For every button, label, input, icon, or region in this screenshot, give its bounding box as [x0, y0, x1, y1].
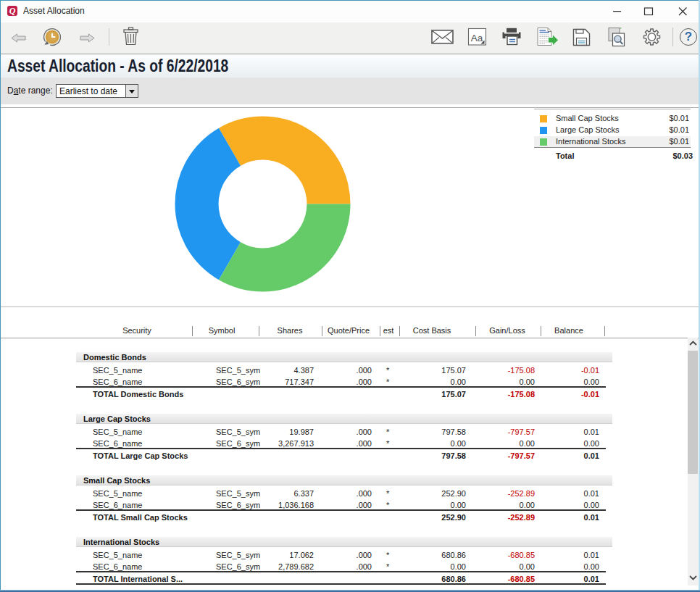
svg-text:Aa: Aa — [471, 33, 483, 43]
